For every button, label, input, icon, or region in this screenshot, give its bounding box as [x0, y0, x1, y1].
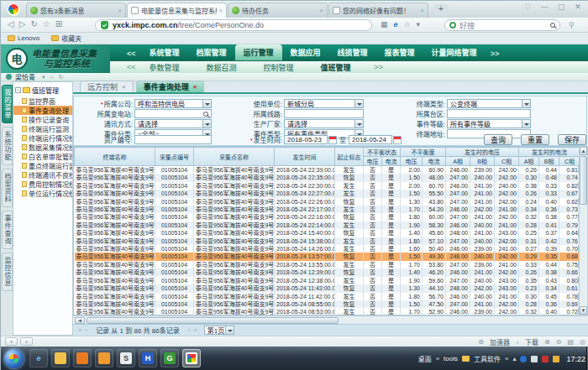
- date-to-input[interactable]: 2018-05-24: [349, 135, 392, 144]
- app-blue-icon[interactable]: H: [139, 349, 157, 367]
- back-icon[interactable]: ◁: [8, 19, 14, 29]
- menu-item[interactable]: 值班管理: [312, 62, 370, 73]
- table-row[interactable]: 泰马变956军海拔40号南支9号01005104泰马变956军海拔40号南支9号…: [75, 213, 580, 221]
- column-subheader[interactable]: C相: [495, 157, 519, 166]
- tree-item[interactable]: 终端运行情况统计: [13, 133, 72, 143]
- table-row[interactable]: 泰马变956军海拔40号南支9号01005104泰马变956军海拔40号南支9号…: [75, 268, 580, 276]
- column-subheader[interactable]: C相: [559, 157, 580, 166]
- star-icon[interactable]: ☆: [50, 74, 55, 81]
- column-header[interactable]: 发生时间: [275, 148, 335, 166]
- maximize-button[interactable]: ▢: [555, 3, 567, 11]
- tree-item[interactable]: 终端通讯不良统计: [13, 170, 72, 180]
- sidebar-vertical-tab[interactable]: 事件查询: [2, 211, 13, 249]
- table-row[interactable]: 泰马变956军海拔40号南支9号01005104泰马变956军海拔40号南支9号…: [75, 221, 580, 229]
- tree-item[interactable]: 白名单审批管理: [13, 152, 72, 161]
- scroll-down-icon[interactable]: ▼: [580, 306, 587, 315]
- menu-item[interactable]: 数据召测: [198, 62, 255, 73]
- line-input[interactable]: [284, 109, 364, 118]
- print-icon[interactable]: ▤: [567, 338, 574, 346]
- column-header[interactable]: 采集点名称: [194, 148, 275, 166]
- screenshot-icon[interactable]: ⊕: [544, 338, 550, 346]
- table-row[interactable]: 泰马变956军海拔40号南支9号01005104泰马变956军海拔40号南支9号…: [75, 229, 580, 237]
- table-row[interactable]: 泰马变956军海拔40号南支9号01005104泰马变956军海拔40号南支9号…: [75, 182, 580, 190]
- forward-icon[interactable]: ▷: [19, 19, 26, 29]
- table-row[interactable]: 泰马变956军海拔40号南支9号01005104泰马变956军海拔40号南支9号…: [75, 277, 580, 284]
- bookmark-favorites[interactable]: 收藏夹: [51, 34, 81, 43]
- sidebar-vertical-tab[interactable]: 我的菜单: [2, 85, 13, 123]
- tree-item[interactable]: 费用控制情况统计: [13, 180, 72, 189]
- column-subheader[interactable]: 电压: [364, 157, 382, 166]
- menu-item[interactable]: 参数管理: [141, 62, 198, 73]
- menu-item[interactable]: 控制管理: [255, 62, 312, 73]
- download-icon[interactable]: ↓: [516, 338, 519, 346]
- chevron-icon[interactable]: »: [505, 355, 508, 362]
- tab-close-icon[interactable]: ×: [319, 7, 323, 14]
- table-row[interactable]: 泰马变956军海拔40号南支9号01005104泰马变956军海拔40号南支9号…: [75, 206, 580, 213]
- substation-input[interactable]: [134, 109, 212, 118]
- menu-item[interactable]: 运行管理: [235, 44, 282, 60]
- table-row[interactable]: 泰马变956军海拔40号南支9号01005104泰马变956军海拔40号南支9号…: [75, 293, 580, 300]
- vertical-scrollbar[interactable]: ▲ ▼: [579, 146, 588, 315]
- browser-tab[interactable]: 您的网络好像有问题！ ×: [328, 3, 428, 18]
- clean-icon[interactable]: ⚲: [569, 21, 575, 29]
- menu-item[interactable]: 线损管理: [329, 44, 376, 60]
- scroll-thumb[interactable]: [580, 156, 587, 205]
- event-level-select[interactable]: 所有事件等级: [447, 119, 531, 128]
- tab-close-icon[interactable]: ×: [118, 7, 122, 14]
- calendar-icon[interactable]: [393, 136, 402, 144]
- tree-root[interactable]: − 值班管理: [13, 82, 72, 96]
- column-header[interactable]: 终端名称: [75, 148, 155, 166]
- tree-item[interactable]: 单位运行情况统计: [13, 189, 72, 198]
- tab-close-icon[interactable]: ×: [193, 83, 197, 91]
- tools-folder-label[interactable]: 工具软件: [474, 354, 501, 363]
- column-subheader[interactable]: A相: [519, 157, 539, 166]
- company-select[interactable]: 呼和浩特供电局: [134, 99, 212, 108]
- tab-close-icon[interactable]: ×: [218, 7, 223, 14]
- pin-icon[interactable]: ▾: [42, 74, 45, 81]
- lookup-icon[interactable]: [203, 112, 208, 117]
- tab-event-query[interactable]: 事件查询处理 ×: [136, 81, 205, 92]
- column-header[interactable]: 起止标志: [335, 148, 364, 166]
- search-icon[interactable]: [550, 23, 555, 28]
- tree-item[interactable]: 数据采集情况统计: [13, 143, 72, 152]
- comm-mode-select[interactable]: 请选择: [134, 119, 212, 128]
- tree-item[interactable]: 终端运行监测: [13, 124, 72, 133]
- tree-item[interactable]: 监控界面: [13, 96, 72, 106]
- first-page-icon[interactable]: «: [78, 326, 81, 334]
- column-subheader[interactable]: 电流: [382, 157, 401, 166]
- menu-scroll-left-icon[interactable]: <<: [122, 47, 141, 60]
- station-area-input[interactable]: [447, 109, 531, 118]
- menu-item[interactable]: 系统管理: [141, 44, 188, 60]
- table-row[interactable]: 泰马变956军海拔40号南支9号01005104泰马变956军海拔40号南支9号…: [75, 198, 580, 206]
- sidebar-vertical-tab[interactable]: 档案资料: [2, 169, 13, 207]
- new-tab-button[interactable]: +: [434, 4, 448, 15]
- column-subheader[interactable]: B相: [539, 157, 559, 166]
- terminal-type-select[interactable]: 公变终端: [447, 99, 531, 108]
- page-back-button[interactable]: ‹: [5, 337, 18, 346]
- submenu-scroll-left-icon[interactable]: <<: [122, 63, 141, 71]
- sidebar-vertical-tab[interactable]: 系统功能: [2, 127, 13, 165]
- bookmark-lenovo[interactable]: Lenovo: [8, 34, 39, 42]
- menu-item[interactable]: 档案管理: [188, 44, 235, 60]
- hidden-icons-arrow[interactable]: ▴: [512, 355, 516, 362]
- table-row[interactable]: 泰马变956军海拔40号南支9号01005104泰马变956军海拔40号南支9号…: [75, 245, 580, 253]
- page-select[interactable]: 第1页: [204, 326, 234, 335]
- tools-toolbar-label[interactable]: tools: [444, 355, 458, 362]
- browser-360-icon[interactable]: [182, 349, 201, 367]
- tab-close-icon[interactable]: ×: [420, 7, 424, 14]
- column-subheader[interactable]: 电压: [401, 157, 423, 166]
- search-input[interactable]: 好搜: [459, 20, 550, 31]
- last-page-icon[interactable]: »: [193, 326, 197, 334]
- desktop-toolbar-label[interactable]: 桌面: [418, 354, 432, 363]
- calendar-icon[interactable]: [328, 136, 337, 144]
- ie-mode-icon[interactable]: e: [394, 20, 398, 29]
- table-row[interactable]: 泰马变956军海拔40号南支9号01005104泰马变956军海拔40号南支9号…: [75, 166, 580, 175]
- download-label[interactable]: 下载: [525, 337, 538, 347]
- sogou-icon[interactable]: S: [117, 349, 135, 367]
- ie-icon[interactable]: e: [29, 349, 48, 367]
- tray-volume-icon[interactable]: [553, 356, 559, 362]
- minimize-button[interactable]: —: [538, 3, 550, 11]
- column-subheader[interactable]: A相: [446, 157, 470, 166]
- prev-page-icon[interactable]: ‹: [85, 326, 87, 334]
- browser-tab[interactable]: 电能量信息采集与监控系统 ×: [127, 3, 227, 18]
